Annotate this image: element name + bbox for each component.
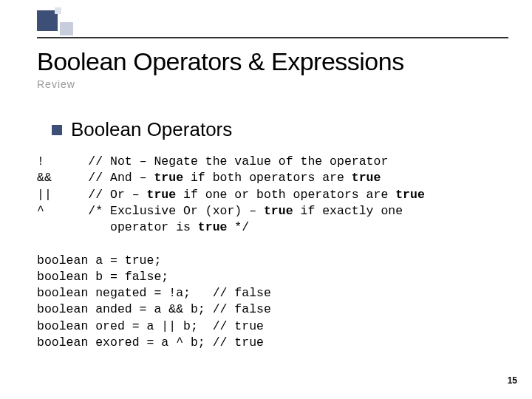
code-line-2: boolean b = false;: [37, 270, 168, 284]
op-not-comment: // Not – Negate the value of the operato…: [88, 154, 388, 168]
op-xor-true2: true: [198, 220, 228, 234]
code-line-6: boolean exored = a ^ b; // true: [37, 335, 264, 349]
decor-square-small: [55, 7, 61, 14]
code-line-4: boolean anded = a && b; // false: [37, 302, 271, 316]
op-and-true2: true: [352, 171, 381, 185]
section-heading-row: Boolean Operators: [52, 118, 232, 141]
code-line-5: boolean ored = a || b; // true: [37, 319, 264, 333]
slide: Boolean Operators & Expressions Review B…: [0, 0, 532, 399]
op-or-true2: true: [395, 188, 425, 202]
section-heading: Boolean Operators: [71, 118, 232, 141]
op-xor-line2-post: */: [227, 220, 249, 234]
op-or-true1: true: [147, 188, 177, 202]
op-and-true1: true: [154, 171, 183, 185]
page-subtitle: Review: [37, 78, 75, 90]
op-and-comment-mid: if both operators are: [183, 171, 352, 185]
op-xor-true1: true: [264, 204, 293, 218]
op-and-comment-pre: // And –: [88, 171, 154, 185]
op-or-comment-pre: // Or –: [88, 188, 146, 202]
op-or-symbol: ||: [37, 188, 52, 202]
page-title: Boolean Operators & Expressions: [37, 47, 404, 76]
square-bullet-icon: [52, 125, 62, 135]
op-xor-comment-pre: /* Exclusive Or (xor) –: [88, 204, 264, 218]
op-or-comment-mid: if one or both operators are: [176, 188, 395, 202]
title-underline: [37, 37, 508, 38]
op-xor-line2-pre: operator is: [110, 220, 198, 234]
code-line-1: boolean a = true;: [37, 253, 161, 267]
op-xor-symbol: ^: [37, 204, 44, 218]
op-xor-comment-mid: if exactly one: [293, 204, 403, 218]
page-number: 15: [508, 375, 517, 386]
code-block: ! // Not – Negate the value of the opera…: [37, 154, 425, 351]
op-not-symbol: !: [37, 154, 44, 168]
decor-square-medium: [60, 22, 73, 35]
code-line-3: boolean negated = !a; // false: [37, 286, 271, 300]
op-and-symbol: &&: [37, 171, 52, 185]
